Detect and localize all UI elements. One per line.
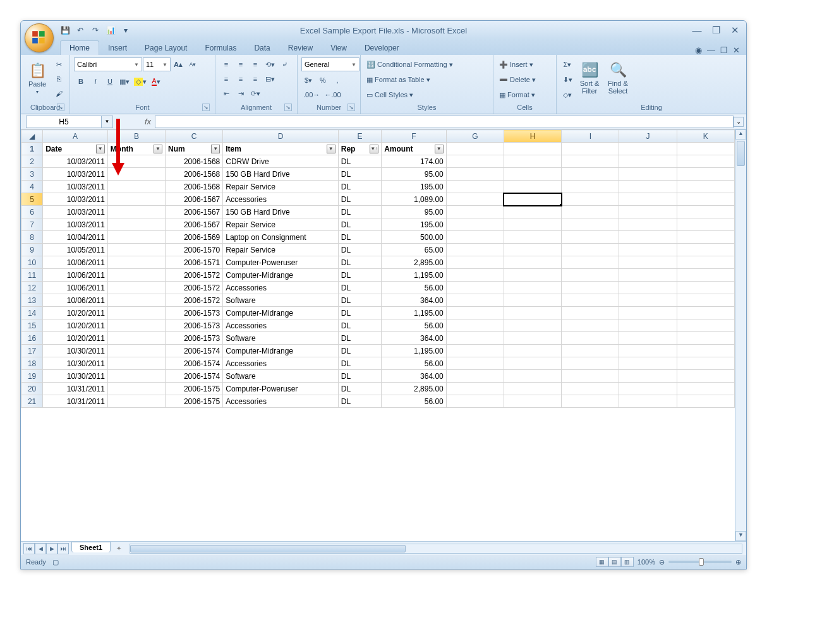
cell-C5[interactable]: 2006-1567 [166,193,223,206]
align-right-icon[interactable]: ≡ [248,72,262,86]
cell-G20[interactable] [446,383,504,395]
cell-C3[interactable]: 2006-1568 [166,168,223,181]
row-header-19[interactable]: 19 [21,370,43,383]
next-sheet-icon[interactable]: ▶ [46,543,57,554]
cell-J19[interactable] [619,370,677,383]
cell-D4[interactable]: Repair Service [223,181,338,193]
cell-H16[interactable] [504,332,561,345]
cell-K14[interactable] [677,307,734,319]
column-header-I[interactable]: I [562,130,619,143]
cell-D9[interactable]: Repair Service [223,244,338,256]
cell-H19[interactable] [504,370,561,383]
cell-D7[interactable]: Repair Service [223,218,338,231]
cell-F3[interactable]: 95.00 [382,168,447,181]
tab-developer[interactable]: Developer [356,41,408,55]
delete-cells-button[interactable]: ➖ Delete ▾ [497,73,552,86]
cell-H17[interactable] [504,345,561,357]
cell-E11[interactable]: DL [338,269,381,282]
cell-K10[interactable] [677,256,734,269]
row-header-11[interactable]: 11 [21,269,43,282]
cell-I19[interactable] [562,370,619,383]
cell-F13[interactable]: 364.00 [382,294,447,307]
cell-A8[interactable]: 10/04/2011 [43,231,108,244]
cell-H14[interactable] [504,307,561,319]
cell-I18[interactable] [562,357,619,370]
row-header-17[interactable]: 17 [21,345,43,357]
last-sheet-icon[interactable]: ⏭ [57,543,69,554]
cell-G21[interactable] [446,395,504,408]
cell-J12[interactable] [619,282,677,294]
cell-I13[interactable] [562,294,619,307]
cell-F20[interactable]: 2,895.00 [382,383,447,395]
cell-D13[interactable]: Software [223,294,338,307]
format-as-table-button[interactable]: ▦ Format as Table ▾ [365,73,489,86]
cell-D2[interactable]: CDRW Drive [223,155,338,168]
cell-A14[interactable]: 10/20/2011 [43,307,108,319]
cell-E12[interactable]: DL [338,282,381,294]
cell-D16[interactable]: Software [223,332,338,345]
cell-I8[interactable] [562,231,619,244]
row-header-2[interactable]: 2 [21,155,43,168]
cell-G7[interactable] [446,218,504,231]
sort-filter-button[interactable]: 🔤Sort & Filter [576,57,603,99]
bold-button[interactable]: B [74,75,88,88]
font-color-icon[interactable]: A▾ [149,75,163,88]
wrap-text-icon[interactable]: ⤶ [277,57,291,71]
cell-H1[interactable] [504,143,561,155]
cell-F19[interactable]: 364.00 [382,370,447,383]
cell-I14[interactable] [562,307,619,319]
orientation2-icon[interactable]: ⟳▾ [248,86,262,100]
cell-B13[interactable] [107,294,165,307]
sheet-tab-sheet1[interactable]: Sheet1 [71,542,111,552]
excel-icon[interactable]: 📊 [104,24,117,37]
cell-I11[interactable] [562,269,619,282]
cell-C15[interactable]: 2006-1573 [166,319,223,332]
cell-J6[interactable] [619,206,677,218]
row-header-15[interactable]: 15 [21,319,43,332]
row-header-1[interactable]: 1 [21,143,43,155]
cell-F21[interactable]: 56.00 [382,395,447,408]
cell-A17[interactable]: 10/30/2011 [43,345,108,357]
cell-E8[interactable]: DL [338,231,381,244]
cell-I20[interactable] [562,383,619,395]
cell-G4[interactable] [446,181,504,193]
cell-C14[interactable]: 2006-1573 [166,307,223,319]
currency-icon[interactable]: $▾ [301,73,315,87]
cell-B15[interactable] [107,319,165,332]
cell-G13[interactable] [446,294,504,307]
cell-C16[interactable]: 2006-1573 [166,332,223,345]
cell-H11[interactable] [504,269,561,282]
cell-I12[interactable] [562,282,619,294]
cell-C2[interactable]: 2006-1568 [166,155,223,168]
cell-A3[interactable]: 10/03/2011 [43,168,108,181]
row-header-13[interactable]: 13 [21,294,43,307]
cell-D5[interactable]: Accessories [223,193,338,206]
cell-J13[interactable] [619,294,677,307]
italic-button[interactable]: I [88,75,102,88]
row-header-9[interactable]: 9 [21,244,43,256]
autosum-icon[interactable]: Σ▾ [560,57,574,71]
insert-cells-button[interactable]: ➕ Insert ▾ [497,57,552,71]
page-break-view-icon[interactable]: ▥ [621,557,634,567]
column-header-F[interactable]: F [382,130,447,143]
cell-E14[interactable]: DL [338,307,381,319]
cell-H18[interactable] [504,357,561,370]
filter-button-item[interactable]: ▼ [327,145,335,153]
cell-D17[interactable]: Computer-Midrange [223,345,338,357]
cell-B6[interactable] [107,206,165,218]
cell-H3[interactable] [504,168,561,181]
cell-K15[interactable] [677,319,734,332]
cell-E15[interactable]: DL [338,319,381,332]
cell-I7[interactable] [562,218,619,231]
cell-F2[interactable]: 174.00 [382,155,447,168]
align-middle-icon[interactable]: ≡ [234,57,248,71]
cell-D10[interactable]: Computer-Poweruser [223,256,338,269]
cell-B19[interactable] [107,370,165,383]
cell-J2[interactable] [619,155,677,168]
column-header-D[interactable]: D [223,130,338,143]
cell-A19[interactable]: 10/30/2011 [43,370,108,383]
vertical-scrollbar[interactable]: ▲▼ [735,129,746,541]
underline-button[interactable]: U [103,75,117,88]
zoom-in-icon[interactable]: ⊕ [735,558,741,566]
cell-E17[interactable]: DL [338,345,381,357]
